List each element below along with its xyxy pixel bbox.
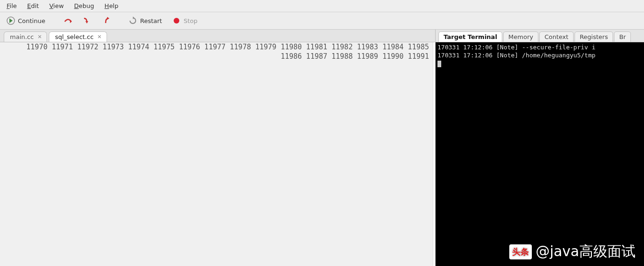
stop-label: Stop bbox=[184, 17, 198, 24]
tab-label: sql_select.cc bbox=[55, 33, 93, 40]
menu-bar: File Edit View Debug Help bbox=[0, 0, 644, 12]
menu-edit[interactable]: Edit bbox=[23, 1, 44, 11]
editor-pane: main.cc ✕ sql_select.cc ✕ 11970 11971 11… bbox=[0, 30, 436, 266]
step-into-icon bbox=[83, 16, 91, 25]
svg-point-1 bbox=[174, 18, 179, 23]
continue-icon bbox=[7, 16, 15, 25]
menu-file[interactable]: File bbox=[2, 1, 22, 11]
tab-registers[interactable]: Registers bbox=[575, 31, 613, 42]
restart-label: Restart bbox=[140, 17, 162, 24]
tab-target-terminal[interactable]: Target Terminal bbox=[438, 31, 502, 42]
menu-debug[interactable]: Debug bbox=[69, 1, 99, 11]
menu-help[interactable]: Help bbox=[100, 1, 123, 11]
continue-button[interactable]: Continue bbox=[4, 15, 48, 26]
stop-icon bbox=[172, 16, 181, 25]
menu-view[interactable]: View bbox=[45, 1, 69, 11]
terminal-output[interactable]: 170331 17:12:06 [Note] --secure-file-pri… bbox=[436, 42, 644, 266]
editor-tab-sql-select[interactable]: sql_select.cc ✕ bbox=[49, 31, 107, 42]
tab-memory[interactable]: Memory bbox=[503, 31, 538, 42]
step-over-button[interactable] bbox=[61, 15, 75, 26]
line-gutter: 11970 11971 11972 11973 11974 11975 1197… bbox=[0, 42, 433, 266]
continue-label: Continue bbox=[18, 17, 45, 24]
step-out-icon bbox=[101, 16, 110, 25]
code-area[interactable]: 11970 11971 11972 11973 11974 11975 1197… bbox=[0, 42, 435, 266]
code-body[interactable]: return NESTED_LOOP_OK; } } } /* Check wh… bbox=[433, 42, 435, 266]
right-tabs: Target Terminal Memory Context Registers… bbox=[436, 30, 644, 42]
close-icon[interactable]: ✕ bbox=[97, 34, 101, 40]
tab-context[interactable]: Context bbox=[539, 31, 574, 42]
toolbar: Continue Restart Stop bbox=[0, 12, 644, 30]
restart-button[interactable]: Restart bbox=[126, 15, 165, 26]
step-into-button[interactable] bbox=[80, 15, 94, 26]
close-icon[interactable]: ✕ bbox=[38, 34, 42, 40]
tab-label: main.cc bbox=[10, 33, 34, 40]
editor-tab-main[interactable]: main.cc ✕ bbox=[4, 31, 47, 42]
step-out-button[interactable] bbox=[99, 15, 113, 26]
main-split: main.cc ✕ sql_select.cc ✕ 11970 11971 11… bbox=[0, 30, 644, 266]
right-pane: Target Terminal Memory Context Registers… bbox=[436, 30, 644, 266]
editor-tabs: main.cc ✕ sql_select.cc ✕ bbox=[0, 30, 435, 42]
tab-breakpoints[interactable]: Br bbox=[614, 31, 631, 42]
stop-button[interactable]: Stop bbox=[169, 15, 200, 26]
restart-icon bbox=[129, 16, 137, 25]
step-over-icon bbox=[64, 16, 72, 25]
